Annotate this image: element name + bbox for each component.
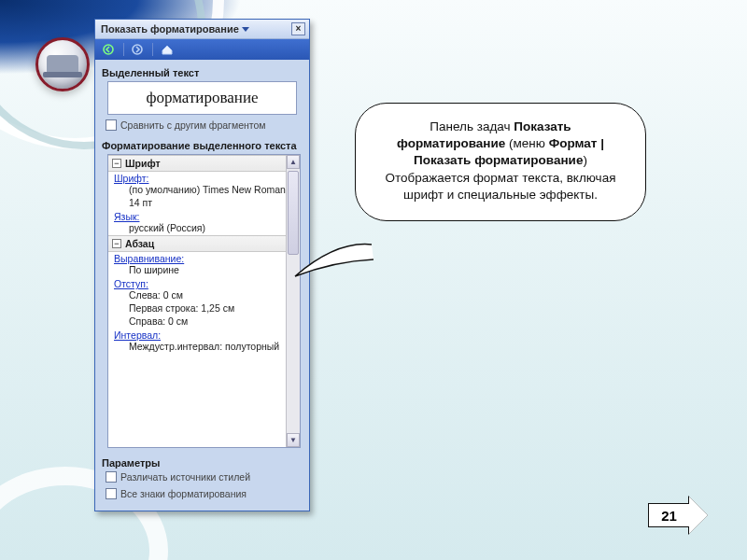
option-style-sources[interactable]: Различать источники стилей [106,471,303,483]
group-font[interactable]: − Шрифт [108,155,286,172]
close-icon[interactable]: × [291,22,305,35]
pane-title: Показать форматирование [101,23,239,35]
scrollbar[interactable]: ▲ ▼ [286,155,300,447]
explanation-callout: Панель задач Показать форматирование (ме… [355,103,646,221]
alignment-link[interactable]: Выравнивание: [108,252,286,264]
spacing-link[interactable]: Интервал: [108,329,286,341]
language-link[interactable]: Язык: [108,210,286,222]
compare-checkbox-row[interactable]: Сравнить с другим фрагментом [106,119,303,131]
svg-point-1 [133,45,142,54]
back-icon[interactable] [101,42,118,57]
options-label: Параметры [102,457,303,469]
scroll-up-icon[interactable]: ▲ [287,155,300,169]
group-paragraph[interactable]: − Абзац [108,235,286,252]
svg-point-0 [104,45,113,54]
page-nav-arrow[interactable]: 21 [648,497,708,534]
callout-pointer [289,243,374,280]
scroll-down-icon[interactable]: ▼ [287,433,300,447]
indent-left: Слева: 0 см [108,289,286,302]
indent-right: Справа: 0 см [108,315,286,329]
indent-first: Первая строка: 1,25 см [108,302,286,315]
alignment-value: По ширине [108,264,286,277]
page-number: 21 [661,508,677,524]
chevron-down-icon[interactable] [242,27,249,32]
formatting-of-label: Форматирование выделенного текста [102,140,303,151]
reveal-formatting-pane: Показать форматирование × Выделенный тек… [94,19,310,511]
pane-nav [95,39,309,60]
selected-text-label: Выделенный текст [102,67,303,78]
pane-titlebar[interactable]: Показать форматирование × [95,20,309,39]
checkbox-icon[interactable] [106,119,117,131]
option-all-marks[interactable]: Все знаки форматирования [106,488,303,499]
collapse-icon[interactable]: − [112,239,121,248]
font-value: (по умолчанию) Times New Roman [108,184,286,197]
indent-link[interactable]: Отступ: [108,277,286,289]
forward-icon[interactable] [130,42,147,57]
spacing-value: Междустр.интервал: полуторный [108,341,286,354]
font-size-value: 14 пт [108,197,286,210]
checkbox-icon[interactable] [106,471,117,483]
checkbox-icon[interactable] [106,488,117,499]
compare-label: Сравнить с другим фрагментом [120,119,266,131]
sample-text-box: форматирование [107,81,297,115]
home-icon[interactable] [159,42,176,57]
formatting-details: − Шрифт Шрифт: (по умолчанию) Times New … [107,154,301,448]
collapse-icon[interactable]: − [112,159,121,168]
arrow-right-icon [689,497,708,534]
language-value: русский (Россия) [108,222,286,235]
font-link[interactable]: Шрифт: [108,172,286,184]
logo-badge [35,37,90,91]
